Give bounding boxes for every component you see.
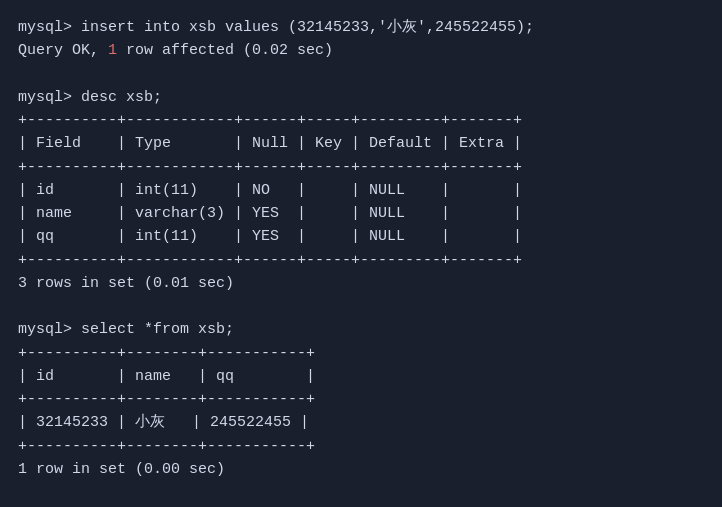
terminal-line: Query OK, 1 row affected (0.02 sec) <box>18 39 704 62</box>
terminal-line: | id | name | qq | <box>18 365 704 388</box>
terminal-line: +----------+--------+-----------+ <box>18 342 704 365</box>
terminal-line <box>18 63 704 86</box>
terminal-container: mysql> insert into xsb values (32145233,… <box>18 16 704 481</box>
prompt: mysql> desc xsb; <box>18 89 162 106</box>
terminal-line: | qq | int(11) | YES | | NULL | | <box>18 225 704 248</box>
terminal-line <box>18 295 704 318</box>
table-line: +----------+--------+-----------+ <box>18 345 315 362</box>
terminal-line: 3 rows in set (0.01 sec) <box>18 272 704 295</box>
table-line: +----------+------------+------+-----+--… <box>18 112 522 129</box>
table-line: +----------+------------+------+-----+--… <box>18 252 522 269</box>
table-line: +----------+------------+------+-----+--… <box>18 159 522 176</box>
terminal-line: 1 row in set (0.00 sec) <box>18 458 704 481</box>
table-line: | id | name | qq | <box>18 368 315 385</box>
table-line: +----------+--------+-----------+ <box>18 391 315 408</box>
terminal-line: | name | varchar(3) | YES | | NULL | | <box>18 202 704 225</box>
terminal-line: +----------+------------+------+-----+--… <box>18 109 704 132</box>
terminal-line: | id | int(11) | NO | | NULL | | <box>18 179 704 202</box>
terminal-line: mysql> insert into xsb values (32145233,… <box>18 16 704 39</box>
table-line: +----------+--------+-----------+ <box>18 438 315 455</box>
table-line: | qq | int(11) | YES | | NULL | | <box>18 228 522 245</box>
table-line: | 32145233 | 小灰 | 245522455 | <box>18 414 309 431</box>
terminal-line: +----------+------------+------+-----+--… <box>18 249 704 272</box>
result-suffix: row affected (0.02 sec) <box>117 42 333 59</box>
terminal-line: mysql> desc xsb; <box>18 86 704 109</box>
table-line: | Field | Type | Null | Key | Default | … <box>18 135 522 152</box>
terminal-line: | Field | Type | Null | Key | Default | … <box>18 132 704 155</box>
result-plain: 1 row in set (0.00 sec) <box>18 461 225 478</box>
table-line: | id | int(11) | NO | | NULL | | <box>18 182 522 199</box>
terminal-line: +----------+--------+-----------+ <box>18 435 704 458</box>
result-highlight: 1 <box>108 42 117 59</box>
prompt: mysql> select *from xsb; <box>18 321 234 338</box>
result-prefix: Query OK, <box>18 42 108 59</box>
terminal-line: | 32145233 | 小灰 | 245522455 | <box>18 411 704 434</box>
terminal-line: +----------+------------+------+-----+--… <box>18 156 704 179</box>
result-plain: 3 rows in set (0.01 sec) <box>18 275 234 292</box>
terminal-line: +----------+--------+-----------+ <box>18 388 704 411</box>
terminal-line: mysql> select *from xsb; <box>18 318 704 341</box>
table-line: | name | varchar(3) | YES | | NULL | | <box>18 205 522 222</box>
prompt: mysql> insert into xsb values (32145233,… <box>18 19 534 36</box>
